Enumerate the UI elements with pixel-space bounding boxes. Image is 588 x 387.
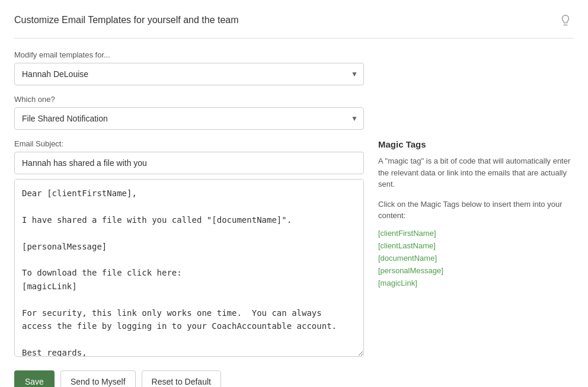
which-one-label: Which one? [14, 95, 574, 104]
lightbulb-icon [557, 12, 574, 28]
modify-select[interactable]: Hannah DeLouise [14, 63, 364, 85]
magic-tag-client-first-name[interactable]: [clientFirstName] [378, 229, 574, 238]
which-one-select[interactable]: File Shared Notification [14, 107, 364, 130]
magic-tag-personal-message[interactable]: [personalMessage] [378, 266, 574, 275]
modify-label: Modify email templates for... [14, 50, 574, 59]
magic-tags-instructions: Click on the Magic Tags below to insert … [378, 199, 574, 222]
send-to-myself-button[interactable]: Send to Myself [60, 370, 136, 387]
reset-to-default-button[interactable]: Reset to Default [142, 370, 221, 387]
magic-tag-document-name[interactable]: [documentName] [378, 254, 574, 263]
magic-tags-title: Magic Tags [378, 139, 574, 149]
email-subject-input[interactable] [14, 152, 364, 174]
magic-tag-magic-link[interactable]: [magicLink] [378, 279, 574, 287]
email-body-textarea[interactable] [14, 179, 364, 357]
email-subject-label: Email Subject: [14, 139, 364, 148]
magic-tag-client-last-name[interactable]: [clientLastName] [378, 241, 574, 250]
page-title: Customize Email Templates for yourself a… [14, 15, 239, 25]
save-button[interactable]: Save [14, 370, 55, 387]
magic-tags-description: A "magic tag" is a bit of code that will… [378, 155, 574, 190]
